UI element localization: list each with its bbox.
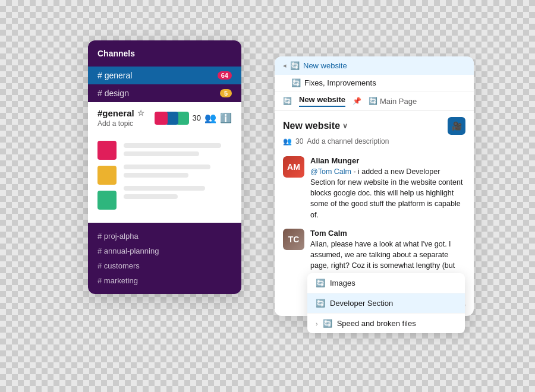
general-title: #general ☆ — [97, 108, 144, 118]
general-channel-label: # general — [97, 71, 132, 80]
speed-label: Speed and broken files — [337, 319, 416, 328]
tab-new-website[interactable]: New website — [299, 95, 345, 107]
info-icon[interactable]: ℹ️ — [220, 112, 232, 124]
add-description-link[interactable]: Add a channel description — [307, 137, 389, 146]
pin-icon: 📌 — [353, 97, 361, 105]
breadcrumb-title[interactable]: New website — [303, 61, 347, 70]
chevron-down-icon[interactable]: ∨ — [342, 122, 348, 130]
add-member-icon[interactable]: 👥 — [204, 112, 216, 124]
channels-header: Channels — [88, 40, 241, 67]
breadcrumb-globe-icon: 🔄 — [290, 61, 300, 70]
channel-title: New website ∨ — [283, 121, 348, 131]
sub-breadcrumb-label: Fixes, Improvements — [304, 78, 376, 87]
sidebar-channels-list: # proj-alpha # annual-planning # custome… — [88, 223, 241, 294]
design-badge: 5 — [220, 89, 232, 97]
design-channel-item[interactable]: # design 5 — [88, 84, 241, 102]
tab-main-page[interactable]: 🔄 Main Page — [369, 97, 417, 106]
design-channel-label: # design — [97, 88, 129, 98]
globe-icon-developer: 🔄 — [316, 299, 325, 308]
dropdown-item-images[interactable]: 🔄 Images — [307, 273, 465, 293]
breadcrumb-arrow-icon: ◂ — [283, 62, 287, 69]
content-area — [88, 134, 241, 223]
members-count: 30 — [193, 113, 201, 122]
sidebar-item-proj-alpha[interactable]: # proj-alpha — [88, 229, 241, 244]
globe-icon-images: 🔄 — [316, 279, 325, 287]
bottom-dropdown: 🔄 Images 🔄 Developer Section › 🔄 Speed a… — [307, 273, 465, 333]
message-text-alian: @Tom Calm - i added a new Developer Sect… — [310, 166, 465, 220]
message-content-alian: Alian Munger @Tom Calm - i added a new D… — [310, 156, 465, 220]
red-block — [97, 141, 117, 160]
sub-globe-icon: 🔄 — [291, 78, 301, 87]
channel-meta-bar: 👥 30 Add a channel description — [275, 137, 474, 150]
tab-item-globe: 🔄 — [283, 97, 292, 105]
text-line-5 — [124, 186, 205, 191]
sidebar-item-marketing[interactable]: # marketing — [88, 273, 241, 288]
sub-breadcrumb: 🔄 Fixes, Improvements — [275, 75, 474, 91]
developer-section-label: Developer Section — [330, 299, 393, 308]
video-icon: 🎥 — [452, 121, 462, 131]
text-line-1 — [124, 143, 221, 148]
star-icon[interactable]: ☆ — [137, 109, 144, 118]
avatar-alian: AM — [283, 156, 304, 178]
sidebar-item-customers[interactable]: # customers — [88, 258, 241, 273]
general-subtitle[interactable]: Add a topic — [97, 119, 144, 128]
text-line-3 — [124, 165, 210, 169]
general-header-area: #general ☆ Add a topic 30 👥 ℹ️ — [88, 102, 241, 134]
member-avatars — [155, 112, 189, 125]
members-icon: 👥 — [283, 137, 292, 146]
expand-arrow-icon: › — [316, 320, 318, 327]
yellow-block — [97, 166, 117, 185]
sidebar-item-annual-planning[interactable]: # annual-planning — [88, 244, 241, 258]
globe-icon-speed: 🔄 — [323, 319, 332, 328]
left-sidebar-panel: Channels # general 64 # design 5 #genera… — [88, 40, 241, 294]
dropdown-item-speed[interactable]: › 🔄 Speed and broken files — [307, 314, 465, 333]
channel-name-bar: New website ∨ 🎥 — [275, 111, 474, 137]
text-line-4 — [124, 173, 188, 178]
video-call-button[interactable]: 🎥 — [448, 117, 465, 135]
text-line-2 — [124, 151, 199, 156]
avatar-tom: TC — [283, 229, 304, 250]
text-line-6 — [124, 194, 178, 199]
images-label: Images — [330, 279, 355, 287]
tab-bar: 🔄 New website 📌 🔄 Main Page — [275, 91, 474, 111]
breadcrumb-bar: ◂ 🔄 New website — [275, 56, 474, 75]
message-item-alian: AM Alian Munger @Tom Calm - i added a ne… — [283, 156, 465, 220]
general-channel-item[interactable]: # general 64 — [88, 67, 241, 84]
general-badge: 64 — [218, 71, 232, 80]
channel-members-count: 30 — [295, 137, 303, 146]
dropdown-item-developer-section[interactable]: 🔄 Developer Section — [307, 293, 465, 314]
mention-tom: @Tom Calm — [310, 167, 351, 176]
green-block — [97, 191, 117, 210]
